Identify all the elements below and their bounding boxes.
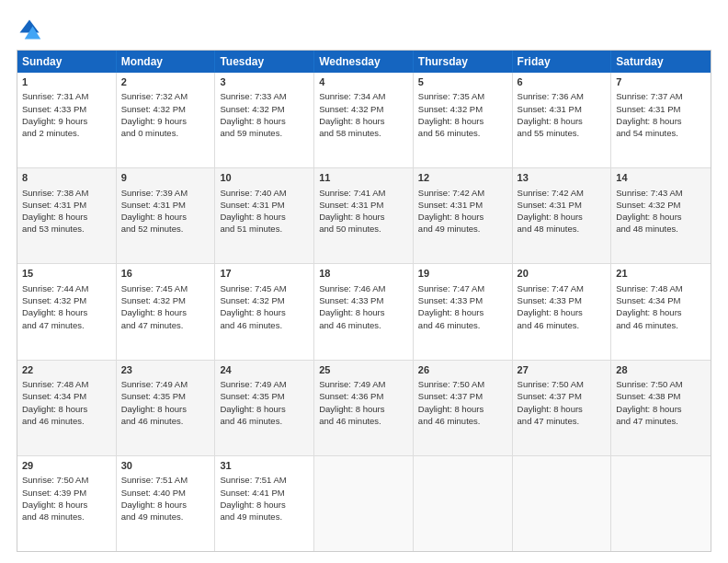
day-info-line-0: Sunrise: 7:42 AM	[418, 187, 507, 199]
day-info-line-0: Sunrise: 7:51 AM	[220, 474, 309, 486]
day-info-line-3: and 46 minutes.	[22, 415, 111, 427]
day-info-line-0: Sunrise: 7:49 AM	[319, 378, 408, 390]
day-info-line-3: and 56 minutes.	[418, 127, 507, 139]
calendar-row-5: 29Sunrise: 7:50 AMSunset: 4:39 PMDayligh…	[17, 456, 711, 551]
day-info-line-0: Sunrise: 7:47 AM	[518, 282, 607, 294]
calendar-cell: 26Sunrise: 7:50 AMSunset: 4:37 PMDayligh…	[414, 361, 513, 455]
day-number: 17	[220, 267, 309, 281]
logo-icon	[17, 17, 42, 42]
day-info-line-2: Daylight: 9 hours	[121, 115, 210, 127]
day-info-line-3: and 52 minutes.	[121, 223, 210, 235]
day-info-line-0: Sunrise: 7:50 AM	[616, 378, 706, 390]
day-info-line-3: and 59 minutes.	[220, 127, 309, 139]
day-info-line-2: Daylight: 8 hours	[616, 403, 706, 415]
day-info-line-0: Sunrise: 7:43 AM	[616, 187, 706, 199]
calendar-cell: 27Sunrise: 7:50 AMSunset: 4:37 PMDayligh…	[513, 361, 612, 455]
day-info-line-0: Sunrise: 7:33 AM	[220, 90, 309, 102]
day-info-line-1: Sunset: 4:31 PM	[518, 103, 607, 115]
day-info-line-1: Sunset: 4:32 PM	[319, 103, 408, 115]
calendar-cell: 24Sunrise: 7:49 AMSunset: 4:35 PMDayligh…	[215, 361, 314, 455]
calendar-cell: 15Sunrise: 7:44 AMSunset: 4:32 PMDayligh…	[17, 264, 117, 359]
weekday-header-thursday: Thursday	[414, 51, 513, 73]
day-info-line-3: and 49 minutes.	[418, 223, 507, 235]
calendar-cell: 12Sunrise: 7:42 AMSunset: 4:31 PMDayligh…	[414, 168, 513, 263]
day-info-line-2: Daylight: 8 hours	[418, 211, 507, 223]
day-info-line-1: Sunset: 4:31 PM	[616, 103, 706, 115]
day-info-line-1: Sunset: 4:41 PM	[220, 487, 309, 499]
day-info-line-1: Sunset: 4:31 PM	[121, 199, 210, 211]
day-info-line-3: and 58 minutes.	[319, 127, 408, 139]
calendar-cell: 11Sunrise: 7:41 AMSunset: 4:31 PMDayligh…	[314, 168, 414, 263]
calendar-row-4: 22Sunrise: 7:48 AMSunset: 4:34 PMDayligh…	[17, 361, 711, 456]
weekday-header-wednesday: Wednesday	[314, 51, 414, 73]
day-info-line-3: and 46 minutes.	[418, 415, 507, 427]
calendar-cell: 1Sunrise: 7:31 AMSunset: 4:33 PMDaylight…	[17, 73, 117, 167]
day-info-line-1: Sunset: 4:31 PM	[319, 199, 408, 211]
day-info-line-1: Sunset: 4:33 PM	[518, 294, 607, 306]
day-number: 28	[616, 363, 706, 377]
day-number: 11	[319, 171, 408, 185]
day-info-line-3: and 55 minutes.	[518, 127, 607, 139]
day-info-line-1: Sunset: 4:38 PM	[616, 390, 706, 402]
day-info-line-2: Daylight: 8 hours	[22, 211, 111, 223]
day-info-line-0: Sunrise: 7:32 AM	[121, 90, 210, 102]
day-info-line-2: Daylight: 8 hours	[121, 403, 210, 415]
day-info-line-0: Sunrise: 7:45 AM	[121, 282, 210, 294]
day-number: 6	[518, 75, 607, 89]
day-info-line-3: and 54 minutes.	[616, 127, 706, 139]
day-info-line-3: and 2 minutes.	[22, 127, 111, 139]
day-info-line-1: Sunset: 4:37 PM	[418, 390, 507, 402]
day-number: 12	[418, 171, 507, 185]
day-info-line-2: Daylight: 8 hours	[121, 499, 210, 511]
day-info-line-3: and 46 minutes.	[121, 415, 210, 427]
calendar: SundayMondayTuesdayWednesdayThursdayFrid…	[17, 50, 711, 552]
day-info-line-2: Daylight: 8 hours	[518, 306, 607, 318]
day-info-line-2: Daylight: 8 hours	[121, 211, 210, 223]
calendar-cell: 30Sunrise: 7:51 AMSunset: 4:40 PMDayligh…	[117, 456, 216, 551]
calendar-cell	[513, 456, 612, 551]
day-info-line-2: Daylight: 9 hours	[22, 115, 111, 127]
calendar-cell: 3Sunrise: 7:33 AMSunset: 4:32 PMDaylight…	[215, 73, 314, 167]
day-number: 22	[22, 363, 111, 377]
day-info-line-2: Daylight: 8 hours	[22, 499, 111, 511]
calendar-header: SundayMondayTuesdayWednesdayThursdayFrid…	[17, 51, 711, 73]
day-info-line-2: Daylight: 8 hours	[22, 306, 111, 318]
day-info-line-1: Sunset: 4:32 PM	[121, 294, 210, 306]
day-number: 7	[616, 75, 706, 89]
day-info-line-0: Sunrise: 7:35 AM	[418, 90, 507, 102]
calendar-cell: 6Sunrise: 7:36 AMSunset: 4:31 PMDaylight…	[513, 73, 612, 167]
day-number: 18	[319, 267, 408, 281]
day-info-line-2: Daylight: 8 hours	[616, 306, 706, 318]
day-info-line-0: Sunrise: 7:50 AM	[418, 378, 507, 390]
weekday-header-sunday: Sunday	[17, 51, 117, 73]
day-info-line-1: Sunset: 4:32 PM	[220, 294, 309, 306]
day-number: 26	[418, 363, 507, 377]
day-info-line-2: Daylight: 8 hours	[319, 211, 408, 223]
calendar-cell: 16Sunrise: 7:45 AMSunset: 4:32 PMDayligh…	[117, 264, 216, 359]
calendar-cell	[414, 456, 513, 551]
day-number: 23	[121, 363, 210, 377]
day-info-line-1: Sunset: 4:37 PM	[518, 390, 607, 402]
calendar-cell	[611, 456, 711, 551]
day-info-line-3: and 46 minutes.	[220, 319, 309, 331]
day-info-line-2: Daylight: 8 hours	[319, 306, 408, 318]
day-info-line-3: and 46 minutes.	[319, 319, 408, 331]
day-info-line-2: Daylight: 8 hours	[220, 211, 309, 223]
day-info-line-2: Daylight: 8 hours	[121, 306, 210, 318]
day-info-line-0: Sunrise: 7:37 AM	[616, 90, 706, 102]
day-info-line-2: Daylight: 8 hours	[418, 115, 507, 127]
day-number: 3	[220, 75, 309, 89]
day-number: 1	[22, 75, 111, 89]
weekday-header-tuesday: Tuesday	[215, 51, 314, 73]
day-info-line-2: Daylight: 8 hours	[616, 115, 706, 127]
day-info-line-3: and 47 minutes.	[518, 415, 607, 427]
day-info-line-0: Sunrise: 7:38 AM	[22, 187, 111, 199]
day-number: 21	[616, 267, 706, 281]
logo	[17, 17, 46, 42]
calendar-cell: 5Sunrise: 7:35 AMSunset: 4:32 PMDaylight…	[414, 73, 513, 167]
day-info-line-1: Sunset: 4:33 PM	[319, 294, 408, 306]
day-info-line-0: Sunrise: 7:39 AM	[121, 187, 210, 199]
day-number: 10	[220, 171, 309, 185]
day-info-line-2: Daylight: 8 hours	[220, 306, 309, 318]
day-info-line-1: Sunset: 4:34 PM	[22, 390, 111, 402]
